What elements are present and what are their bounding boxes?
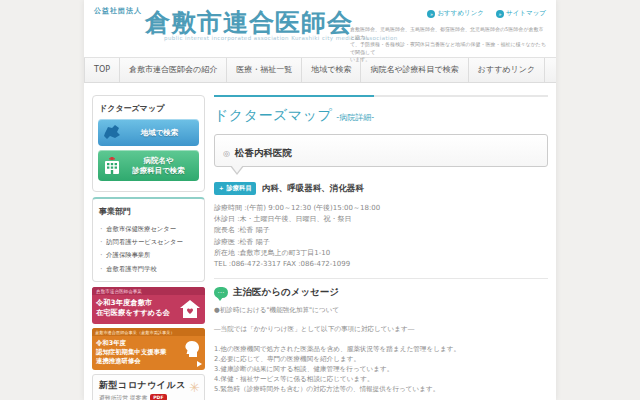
- search-by-area-label: 地域で検索: [124, 128, 195, 137]
- description-line: 倉敷医師会、児島医師会、玉島医師会、都窪医師会、北児島医師会の5医師会が倉敷市と…: [350, 26, 548, 41]
- message-section-header: … 主治医からのメッセージ: [214, 286, 548, 299]
- header-quick-links: »おすすめリンク »サイトマップ: [417, 9, 546, 18]
- bullet-icon: ・: [98, 225, 104, 232]
- department-list: 内科、呼吸器科、消化器科: [262, 183, 364, 195]
- search-by-area-button[interactable]: 地域で検索: [98, 119, 199, 146]
- message-paragraph: 4.保健・福祉サービス等に係る相談に応じています。: [214, 374, 548, 384]
- message-paragraph: 1.他の医療機関で処方された医薬品を含め、服薬状況等を踏まえた管理をします。: [214, 344, 548, 354]
- info-physician: 診療医 :松香 陽子: [214, 237, 548, 248]
- association-description: 倉敷医師会、児島医師会、玉島医師会、都窪医師会、北児島医師会の5医師会が倉敷市と…: [350, 26, 548, 64]
- message-paragraph: 2.必要に応じて、専門の医療機関を紹介します。: [214, 354, 548, 364]
- quick-link-label: おすすめリンク: [437, 9, 484, 17]
- business-divisions-box: 事業部門 ・倉敷市保健医療センター ・訪問看護サービスセンター ・介護保険事業所…: [92, 197, 205, 282]
- message-paragraph: 3.健康診断の結果に関する相談、健康管理を行っています。: [214, 364, 548, 374]
- head-brain-icon: [183, 340, 201, 358]
- nav-item-about[interactable]: 倉敷市連合医師会の紹介: [119, 58, 226, 82]
- nav-item-top[interactable]: TOP: [84, 58, 119, 82]
- message-paragraph: 5.緊急時（診療時間外も含む）の対応方法等の、情報提供を行っています。: [214, 384, 548, 394]
- message-body: ●初診時における"機能強化加算"について ―当院では「かかりつけ医」として以下の…: [214, 305, 548, 400]
- department-row: ＋ 診療科目 内科、呼吸器科、消化器科: [214, 182, 548, 195]
- description-line: います。: [350, 56, 548, 64]
- page-wrapper: 公益社団法人倉敷市連合医師会 public interest incorpora…: [84, 0, 556, 400]
- virus-icon: ✳: [189, 380, 200, 395]
- sidebar-item-label: 訪問看護サービスセンター: [106, 238, 182, 245]
- covid-banner-subtitle: 避難所設営 提案書PDF: [99, 394, 199, 400]
- doctors-map-title: ドクターズマップ: [99, 103, 199, 114]
- info-hours: 診療時間 :(午前) 9:00～12:30 (午後)15:00～18:00: [214, 203, 548, 214]
- sidebar-item-health-center[interactable]: ・倉敷市保健医療センター: [98, 222, 199, 235]
- pdf-badge: PDF: [150, 394, 166, 400]
- sidebar-item-label: 倉敷看護専門学校: [106, 265, 156, 272]
- banner-title-line: 連携推進研修会: [96, 357, 201, 366]
- banner-tag: 倉敷市連合医師会事業: [92, 287, 205, 295]
- search-by-name-line1: 病院名や: [122, 156, 195, 165]
- sidebar: ドクターズマップ 地域で検索 病院名や: [92, 95, 205, 400]
- circle-arrow-icon: »: [496, 10, 504, 18]
- doctors-map-box: ドクターズマップ 地域で検索 病院名や: [92, 95, 205, 192]
- sidebar-item-nursing-service[interactable]: ・訪問看護サービスセンター: [98, 235, 199, 248]
- description-line: て、予防接種・各種検診・夜間休日当番医など地域の保健・医療・福祉に様々なかたちで…: [350, 41, 548, 56]
- home-medical-care-banner[interactable]: 倉敷市連合医師会事業 令和3年度倉敷市 在宅医療をすすめる会: [92, 287, 205, 324]
- search-by-name-button[interactable]: 病院名や 診療科目で検索: [98, 150, 199, 181]
- speech-bubble-icon: …: [214, 287, 228, 298]
- divider: [214, 278, 548, 279]
- content-area: ドクターズマップ 地域で検索 病院名や: [84, 83, 556, 400]
- search-by-name-line2: 診療科目で検索: [122, 166, 195, 175]
- dementia-support-banner[interactable]: 倉敷市連合医師会事業（倉敷市委託事業） 令和3年度 認知症初期集中支援事業 連携…: [92, 328, 205, 370]
- hospital-name: 松香内科医院: [235, 147, 292, 158]
- covid-banner-subtitle-text: 避難所設営 提案書: [99, 395, 147, 400]
- info-address: 所在地 :倉敷市児島上の町3丁目1-10: [214, 248, 548, 259]
- house-heart-icon: [179, 299, 201, 319]
- speech-tail: [230, 167, 548, 176]
- message-section-title: 主治医からのメッセージ: [233, 286, 339, 299]
- main-content: ドクターズマップ-病院詳細- ◎松香内科医院 ＋ 診療科目 内科、呼吸器科、消化…: [214, 95, 548, 400]
- covid-shelter-proposal-banner[interactable]: 新型コロナウイルス 避難所設営 提案書PDF ✳: [92, 374, 205, 400]
- covid-banner-title: 新型コロナウイルス: [99, 379, 199, 392]
- sidebar-item-nursing-school[interactable]: ・倉敷看護専門学校: [98, 262, 199, 275]
- bullet-icon: ・: [98, 265, 104, 272]
- page-title: ドクターズマップ-病院詳細-: [214, 105, 548, 125]
- department-badge: ＋ 診療科目: [214, 182, 256, 195]
- quick-link-label: サイトマップ: [506, 9, 546, 17]
- sidebar-item-label: 介護保険事業所: [106, 251, 150, 258]
- search-by-name-label: 病院名や 診療科目で検索: [122, 156, 195, 175]
- message-paragraph: ―当院では「かかりつけ医」として以下の事項に対応しています―: [214, 324, 548, 334]
- circle-mark-icon: ◎: [223, 149, 230, 158]
- arrow-icon: [197, 361, 202, 367]
- org-type-label: 公益社団法人: [94, 6, 142, 16]
- page-title-main: ドクターズマップ: [214, 107, 332, 123]
- page-title-sub: -病院詳細-: [336, 113, 374, 122]
- info-director: 院長名 :松香 陽子: [214, 225, 548, 236]
- hospital-info: 診療時間 :(午前) 9:00～12:30 (午後)15:00～18:00 休診…: [214, 203, 548, 270]
- sidebar-item-label: 倉敷市保健医療センター: [106, 225, 176, 232]
- sitemap-link[interactable]: »サイトマップ: [496, 9, 546, 18]
- info-closed-days: 休診日 :木・土曜日午後、日曜日、祝・祭日: [214, 214, 548, 225]
- hospital-name-box: ◎松香内科医院: [214, 134, 548, 167]
- circle-arrow-icon: »: [427, 10, 435, 18]
- nav-item-medical-list[interactable]: 医療・福祉一覧: [226, 58, 301, 82]
- site-header: 公益社団法人倉敷市連合医師会 public interest incorpora…: [84, 0, 556, 57]
- banner-tag: 倉敷市連合医師会事業（倉敷市委託事業）: [92, 328, 205, 336]
- sidebar-item-care-insurance[interactable]: ・介護保険事業所: [98, 248, 199, 261]
- bullet-icon: ・: [98, 238, 104, 245]
- business-divisions-title: 事業部門: [99, 206, 199, 217]
- hospital-icon: [102, 156, 122, 176]
- bullet-icon: ・: [98, 251, 104, 258]
- info-tel-fax: TEL :086-472-3317 FAX :086-472-1099: [214, 259, 548, 270]
- message-paragraph: ●初診時における"機能強化加算"について: [214, 305, 548, 315]
- map-icon: [102, 124, 124, 142]
- recommended-links-link[interactable]: »おすすめリンク: [427, 9, 484, 18]
- section-accent-line: [214, 95, 548, 97]
- site-title: 倉敷市連合医師会: [145, 9, 353, 37]
